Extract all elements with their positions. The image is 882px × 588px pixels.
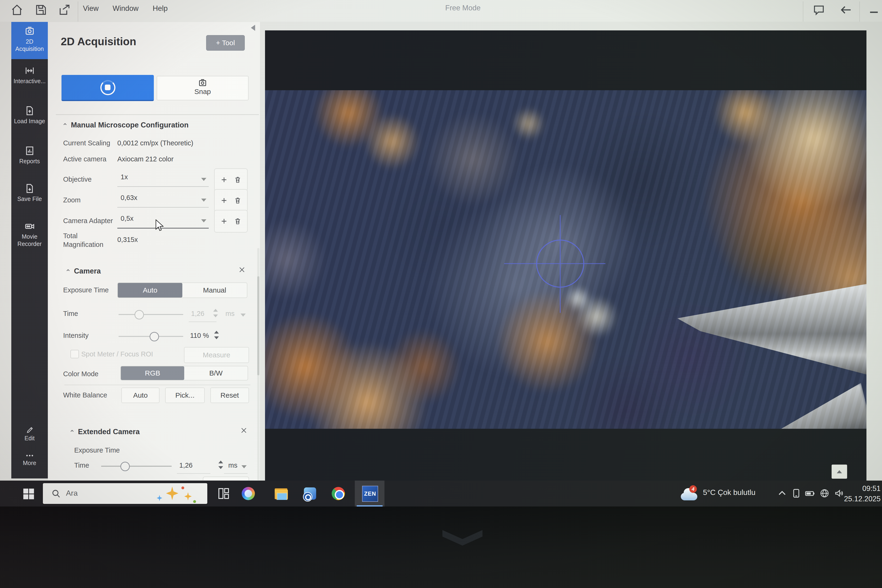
zoom-add-remove-group xyxy=(214,189,248,212)
network-globe-icon[interactable] xyxy=(819,488,830,498)
sidebar-item-edit[interactable]: Edit xyxy=(11,422,48,446)
spot-meter-checkbox[interactable] xyxy=(70,350,79,358)
live-camera-image[interactable] xyxy=(265,90,867,429)
export-icon[interactable] xyxy=(58,3,71,16)
sparkle-icon xyxy=(183,492,193,501)
time-slider-handle[interactable] xyxy=(135,310,144,320)
sidebar-item-save-file[interactable]: Save File xyxy=(11,179,48,212)
back-arrow-icon[interactable] xyxy=(839,3,852,16)
save-icon[interactable] xyxy=(34,3,48,16)
sidebar-item-load-image[interactable]: Load Image xyxy=(11,102,48,137)
tray-clock[interactable]: 09:51 25.12.2025 xyxy=(844,483,880,504)
intensity-slider[interactable] xyxy=(118,336,183,337)
exposure-manual-option[interactable]: Manual xyxy=(182,283,247,297)
outlook-icon[interactable] xyxy=(303,487,316,500)
color-mode-bw-option[interactable]: B/W xyxy=(184,366,248,380)
live-stop-button[interactable] xyxy=(62,75,154,101)
ext-time-slider-handle[interactable] xyxy=(120,462,130,471)
left-toolbar: 2D Acquisition Interactive... Load Image xyxy=(11,22,48,478)
scrollbar-thumb[interactable] xyxy=(257,276,260,375)
extended-camera-header[interactable]: Extended Camera xyxy=(69,428,140,436)
weather-label[interactable]: 5°C Çok bulutlu xyxy=(703,488,756,497)
config-section-header[interactable]: Manual Microscope Configuration xyxy=(62,121,189,129)
monitor-bezel xyxy=(0,507,882,588)
ext-time-stepper[interactable] xyxy=(218,460,224,470)
time-slider[interactable] xyxy=(118,314,183,315)
start-button[interactable] xyxy=(22,487,35,500)
add-icon[interactable] xyxy=(220,176,228,184)
exposure-auto-option[interactable]: Auto xyxy=(118,283,182,297)
sparkle-icon xyxy=(156,495,163,501)
collapse-panel-icon[interactable] xyxy=(251,25,255,31)
clipped-button[interactable] xyxy=(203,477,249,480)
weather-icon[interactable]: 4 xyxy=(681,488,697,500)
sidebar-item-2d-acquisition[interactable]: 2D Acquisition xyxy=(11,22,48,59)
search-input[interactable]: Ara xyxy=(43,483,207,504)
chevron-down-icon[interactable] xyxy=(240,314,246,316)
wb-auto-button[interactable]: Auto xyxy=(122,387,159,403)
trash-icon[interactable] xyxy=(234,196,242,204)
zen-app-taskbar-button[interactable]: ZEN xyxy=(355,481,384,507)
sidebar-item-interactive[interactable]: Interactive... xyxy=(11,62,48,97)
sidebar-item-more[interactable]: More xyxy=(11,450,48,473)
file-explorer-icon[interactable] xyxy=(274,487,288,500)
task-view-icon[interactable] xyxy=(217,487,230,500)
wb-reset-button[interactable]: Reset xyxy=(210,387,249,403)
menu-view[interactable]: View xyxy=(83,4,99,13)
chevron-down-icon xyxy=(201,199,206,202)
camera-header-label: Camera xyxy=(74,267,101,275)
focus-crosshair xyxy=(265,90,867,429)
camera-adapter-dropdown[interactable]: 0,5x xyxy=(117,213,209,228)
add-tool-button[interactable]: + Tool xyxy=(206,35,245,51)
sidebar-item-movie-recorder[interactable]: Movie Recorder xyxy=(11,217,48,254)
snap-camera-icon xyxy=(198,78,207,88)
intensity-slider-handle[interactable] xyxy=(150,332,159,341)
add-icon[interactable] xyxy=(220,196,228,204)
menu-window[interactable]: Window xyxy=(112,4,138,13)
minimize-icon[interactable] xyxy=(868,6,881,19)
tray-chevron-up-icon[interactable] xyxy=(777,488,787,498)
trash-icon[interactable] xyxy=(234,176,242,184)
objective-dropdown[interactable]: 1x xyxy=(117,172,209,187)
windows-taskbar: Ara xyxy=(0,481,882,507)
chrome-icon[interactable] xyxy=(332,487,345,500)
device-icon[interactable] xyxy=(791,488,801,498)
scroll-up-button[interactable] xyxy=(832,465,847,479)
close-icon[interactable] xyxy=(238,266,246,273)
panel-scrollbar[interactable] xyxy=(257,248,260,480)
chevron-down-icon[interactable] xyxy=(242,465,247,468)
menu-help[interactable]: Help xyxy=(153,4,168,13)
clock-time: 09:51 xyxy=(844,483,880,494)
wb-pick-button[interactable]: Pick... xyxy=(165,387,205,403)
sidebar-item-label: Save File xyxy=(11,195,48,202)
image-viewer[interactable] xyxy=(265,30,867,483)
exposure-mode-toggle: Auto Manual xyxy=(117,282,248,298)
measure-button[interactable]: Measure xyxy=(184,347,249,363)
time-stepper[interactable] xyxy=(213,308,218,318)
home-icon[interactable] xyxy=(10,3,24,16)
camera-section-header[interactable]: Camera xyxy=(66,267,101,275)
sidebar-item-label: Edit xyxy=(11,435,48,442)
app-area: 2D Acquisition Interactive... Load Image xyxy=(0,22,882,481)
copilot-icon[interactable] xyxy=(242,487,255,500)
color-mode-rgb-option[interactable]: RGB xyxy=(121,366,184,380)
monitor-photo: View Window Help Free Mode xyxy=(0,0,882,588)
close-icon[interactable] xyxy=(240,427,248,434)
ext-time-slider[interactable] xyxy=(101,466,172,466)
intensity-stepper[interactable] xyxy=(214,330,219,340)
feedback-icon[interactable] xyxy=(812,3,825,16)
sidebar-item-label: 2D Acquisition xyxy=(11,38,48,52)
color-mode-toggle: RGB B/W xyxy=(120,366,248,381)
divider xyxy=(56,114,259,115)
trash-icon[interactable] xyxy=(234,217,242,225)
speaker-icon[interactable] xyxy=(834,488,844,498)
objective-label: Objective xyxy=(63,176,92,183)
battery-icon[interactable] xyxy=(805,488,815,498)
ellipsis-icon xyxy=(26,453,34,459)
add-icon[interactable] xyxy=(220,217,228,225)
zoom-dropdown[interactable]: 0,63x xyxy=(117,192,209,207)
snap-button[interactable]: Snap xyxy=(157,76,249,100)
chevron-down-icon xyxy=(201,219,206,222)
underline xyxy=(177,473,210,474)
sidebar-item-reports[interactable]: Reports xyxy=(11,142,48,176)
